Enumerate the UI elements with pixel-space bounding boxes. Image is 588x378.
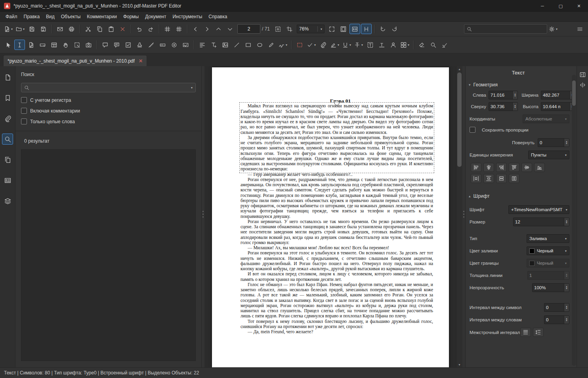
units-dropdown[interactable]: Пункты ▾ — [528, 151, 569, 159]
rotate-handle[interactable] — [334, 100, 340, 105]
menu-edit[interactable]: Правка — [21, 13, 43, 21]
rotate-input[interactable] — [538, 140, 564, 145]
width-spinbox[interactable]: ▲▼ — [541, 91, 575, 99]
zoom-fit-button[interactable] — [326, 24, 337, 34]
maximize-button[interactable]: ▢ — [552, 0, 570, 12]
paragraph[interactable]: Майкл Роган взглянул на сверкающую огням… — [241, 103, 433, 135]
screenshot-button[interactable] — [83, 40, 94, 50]
menu-tools[interactable]: Инструменты — [169, 13, 205, 21]
stamp-button[interactable] — [134, 40, 145, 50]
height-input[interactable] — [541, 104, 569, 109]
spell-check-button[interactable] — [439, 40, 450, 50]
char-spacing-spinbox[interactable]: ▲▼ — [544, 303, 569, 312]
align-top-button[interactable] — [509, 163, 519, 172]
paste-button[interactable] — [106, 24, 116, 34]
expand-panel-button[interactable] — [578, 80, 587, 89]
panel-scrollbar[interactable] — [572, 75, 576, 366]
align-right-button[interactable] — [496, 163, 507, 172]
fill-color-dropdown[interactable]: Черный ▾ — [527, 246, 569, 255]
apply-stamp-button[interactable]: ▾ — [306, 40, 317, 50]
measure-button[interactable] — [146, 40, 157, 50]
select-tool-button[interactable] — [3, 40, 13, 50]
paragraph[interactable]: И вот он оказался перед столиком, лицом … — [241, 271, 433, 282]
signatures-panel-button[interactable] — [2, 195, 13, 206]
page-layout-button[interactable]: ▾ — [399, 40, 410, 50]
eraser-button[interactable] — [416, 40, 427, 50]
option-case-sensitive[interactable]: С учетом регистра — [21, 97, 196, 103]
customize-toolbar-button[interactable] — [575, 24, 585, 34]
menu-objects[interactable]: Объекты — [58, 13, 84, 21]
redaction-tool-button[interactable] — [294, 40, 305, 50]
height-spinbox[interactable]: ▲▼ — [541, 102, 575, 111]
show-grid-button[interactable] — [162, 24, 173, 34]
text-annotation-button[interactable] — [111, 40, 122, 50]
line-spacing-auto-button[interactable] — [533, 328, 544, 337]
make-same-height-button[interactable] — [509, 174, 519, 183]
paragraph[interactable]: — Милашки! Ах, вы милашки мои! Люблю вас… — [241, 245, 433, 250]
toolbar-settings-button[interactable]: ▾ — [548, 24, 559, 34]
rectangle-tool-button[interactable] — [243, 40, 254, 50]
edit-text-objects-button[interactable] — [197, 40, 208, 50]
distribute-vertical-button[interactable] — [483, 174, 494, 183]
align-left-button[interactable] — [471, 163, 481, 172]
scroll-down-arrow[interactable]: ▼ — [456, 362, 462, 367]
option-whole-words[interactable]: Только целые слова — [21, 118, 196, 124]
search-combobox[interactable]: ▾ — [21, 83, 196, 92]
type-dropdown[interactable]: Заливка ▾ — [527, 234, 569, 243]
paragraph[interactable]: Роган отвернулся от нее, раздраженный те… — [241, 177, 433, 219]
scroll-up-button[interactable] — [213, 24, 224, 34]
sticky-note-button[interactable] — [100, 40, 111, 50]
menu-comments[interactable]: Комментарии — [84, 13, 120, 21]
edit-text-block-button[interactable] — [376, 40, 387, 50]
search-panel-input[interactable] — [32, 84, 190, 91]
font-family-dropdown[interactable]: +TimesNewRomanPSMT ▾ — [508, 205, 569, 214]
snap-to-grid-button[interactable] — [174, 24, 184, 34]
check-box-field-button[interactable] — [123, 40, 134, 50]
fit-width-button[interactable] — [349, 24, 360, 34]
tab-close-icon[interactable]: ✕ — [139, 58, 143, 64]
menu-document[interactable]: Документ — [142, 13, 169, 21]
contact-sign-button[interactable] — [388, 40, 399, 50]
next-page-button[interactable] — [202, 24, 212, 34]
edit-text-tool-button[interactable] — [14, 40, 25, 50]
align-center-horizontal-button[interactable] — [483, 163, 494, 172]
left-input[interactable] — [489, 93, 512, 97]
magnifier-button[interactable] — [428, 40, 439, 50]
option-include-comments[interactable]: Включая комментарии — [21, 108, 196, 114]
edit-content-button[interactable] — [49, 40, 59, 50]
undo-button[interactable] — [134, 24, 145, 34]
paragraph[interactable]: — Герр американер желает чего-нибудь осо… — [241, 172, 433, 177]
pencil-tool-button[interactable] — [266, 40, 277, 50]
align-middle-button[interactable] — [521, 163, 532, 172]
font-section-header[interactable]: ▴ Шрифт — [469, 193, 568, 199]
bookmarks-panel-button[interactable] — [2, 92, 13, 103]
scroll-up-arrow[interactable]: ▲ — [456, 66, 462, 72]
make-same-width-button[interactable] — [496, 174, 507, 183]
spinner-arrows-icon[interactable]: ▲▼ — [564, 139, 569, 147]
pdf-page[interactable]: Глава 01 Майкл Роган взглянул на сверкаю… — [212, 67, 449, 367]
edit-forms-button[interactable] — [37, 40, 48, 50]
document-area[interactable]: Глава 01 Майкл Роган взглянул на сверкаю… — [204, 66, 462, 367]
highlight-fields-button[interactable] — [361, 24, 372, 34]
redo-button[interactable] — [145, 24, 156, 34]
add-image-button[interactable] — [220, 40, 231, 50]
crop-pages-button[interactable] — [284, 24, 295, 34]
strikeout-text-button[interactable]: ▾ — [353, 40, 364, 50]
spinner-arrows-icon[interactable]: ▲▼ — [564, 218, 569, 226]
text-frame-button[interactable] — [365, 40, 376, 50]
top-input[interactable] — [489, 104, 512, 109]
menu-file[interactable]: Файл — [2, 13, 21, 21]
rotate-spinbox[interactable]: ▲▼ — [538, 138, 569, 147]
attachments-panel-button[interactable] — [2, 113, 13, 124]
word-spacing-spinbox[interactable]: ▲▼ — [544, 315, 569, 324]
line-tool-button[interactable] — [231, 40, 242, 50]
zoom-level-dropdown[interactable]: 76% ▾ — [297, 25, 325, 33]
menu-forms[interactable]: Формы — [120, 13, 142, 21]
rotate-page-left-button[interactable] — [378, 24, 388, 34]
fit-page-button[interactable] — [338, 24, 349, 34]
spinner-arrows-icon[interactable]: ▲▼ — [512, 103, 517, 111]
paragraph[interactable]: Голос не обманул — это был Карл Пфан. Не… — [241, 282, 433, 319]
zoom-to-selection-button[interactable] — [273, 24, 283, 34]
text-field-button[interactable] — [157, 40, 168, 50]
paragraph[interactable]: Роган повернулся на этот голос и улыбнул… — [241, 250, 433, 271]
